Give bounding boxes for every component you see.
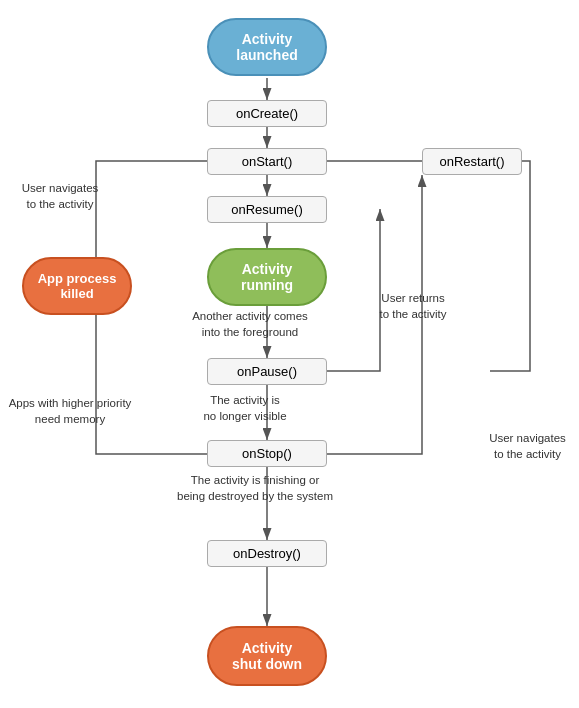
app-process-killed-node: App process killed <box>22 257 132 315</box>
onrestart-node: onRestart() <box>422 148 522 175</box>
oncreate-node: onCreate() <box>207 100 327 127</box>
activity-shutdown-node: Activity shut down <box>207 626 327 686</box>
no-longer-visible-label: The activity is no longer visible <box>170 392 320 424</box>
onpause-node: onPause() <box>207 358 327 385</box>
ondestroy-node: onDestroy() <box>207 540 327 567</box>
activity-running-node: Activity running <box>207 248 327 306</box>
finishing-destroyed-label: The activity is finishing or being destr… <box>155 472 355 504</box>
another-activity-label: Another activity comes into the foregrou… <box>170 308 330 340</box>
apps-higher-priority-label: Apps with higher priority need memory <box>0 395 140 427</box>
user-returns-label: User returns to the activity <box>358 290 468 322</box>
diagram: Activity launched onCreate() onStart() o… <box>0 0 579 708</box>
onstop-node: onStop() <box>207 440 327 467</box>
onresume-node: onResume() <box>207 196 327 223</box>
user-navigates-label: User navigates to the activity <box>10 180 110 212</box>
user-navigates-right-label: User navigates to the activity <box>480 430 575 462</box>
activity-launched-node: Activity launched <box>207 18 327 76</box>
onstart-node: onStart() <box>207 148 327 175</box>
